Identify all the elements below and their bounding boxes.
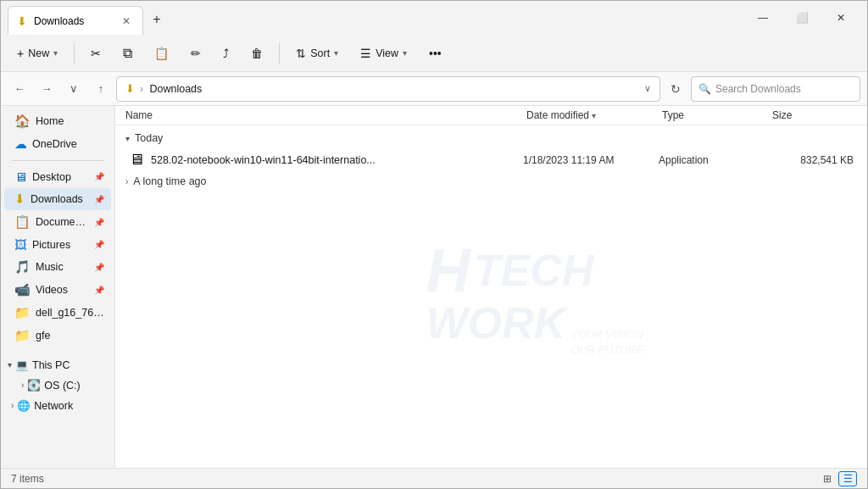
downloads-pin-icon: 📌 <box>94 195 104 204</box>
toolbar: + New ▾ ✂ ⧉ 📋 ✏ ⤴ 🗑 ⇅ Sort ▾ ☰ View ▾ ••… <box>1 35 867 72</box>
rename-button[interactable]: ✏ <box>181 42 210 65</box>
network-chevron: › <box>11 401 14 410</box>
list-view-button[interactable]: ☰ <box>838 471 857 486</box>
window-controls: — ⬜ ✕ <box>743 4 860 31</box>
maximize-button[interactable]: ⬜ <box>782 4 821 31</box>
downloads-sidebar-icon: ⬇ <box>14 192 25 207</box>
toolbar-separator-2 <box>279 43 280 64</box>
title-bar: ⬇ Downloads ✕ + — ⬜ ✕ <box>1 1 867 35</box>
details-view-button[interactable]: ⊞ <box>818 471 837 486</box>
group-long-time-ago[interactable]: › A long time ago <box>115 172 867 191</box>
music-icon: 🎵 <box>14 259 31 275</box>
copy-icon: ⧉ <box>123 46 132 61</box>
file-pane: H TECH WORK YOUR VISION OUR FUTURE Name … <box>115 106 867 468</box>
status-view-buttons: ⊞ ☰ <box>818 471 857 486</box>
copy-button[interactable]: ⧉ <box>114 41 142 66</box>
network-label: Network <box>34 400 73 412</box>
sort-label: Sort <box>310 47 330 59</box>
sidebar-item-home-label: Home <box>36 115 104 127</box>
new-button[interactable]: + New ▾ <box>8 42 67 65</box>
sidebar: 🏠 Home ☁ OneDrive 🖥 Desktop 📌 ⬇ Download… <box>1 106 115 468</box>
sidebar-item-videos[interactable]: 📹 Videos 📌 <box>4 279 111 301</box>
sidebar-item-videos-label: Videos <box>36 284 89 296</box>
music-pin-icon: 📌 <box>94 263 104 272</box>
col-header-date[interactable]: Date modified ▾ <box>526 109 662 121</box>
col-date-label: Date modified <box>526 109 589 121</box>
table-row[interactable]: 🖥 528.02-notebook-win10-win11-64bit-inte… <box>119 148 864 171</box>
long-ago-chevron: › <box>125 177 128 186</box>
tab-label: Downloads <box>34 15 84 27</box>
share-button[interactable]: ⤴ <box>214 42 238 65</box>
sidebar-item-dell[interactable]: 📁 dell_g16_7620 <box>4 302 111 324</box>
view-dropdown-icon: ▾ <box>403 48 407 58</box>
new-icon: + <box>17 47 24 60</box>
sidebar-item-onedrive[interactable]: ☁ OneDrive <box>4 133 111 155</box>
sidebar-item-gfe[interactable]: 📁 gfe <box>4 325 111 347</box>
back-icon: ← <box>14 82 25 95</box>
desktop-icon: 🖥 <box>14 169 27 184</box>
sidebar-section-this-pc[interactable]: ▾ 💻 This PC <box>4 355 111 375</box>
back-button[interactable]: ← <box>8 77 31 101</box>
address-bar[interactable]: ⬇ › Downloads ∨ <box>116 76 660 102</box>
history-button[interactable]: ∨ <box>62 77 86 101</box>
col-header-name[interactable]: Name <box>125 109 526 121</box>
share-icon: ⤴ <box>223 47 229 60</box>
sort-button[interactable]: ⇅ Sort ▾ <box>287 42 348 65</box>
sort-dropdown-icon: ▾ <box>334 48 338 58</box>
this-pc-icon: 💻 <box>15 358 29 371</box>
view-button[interactable]: ☰ View ▾ <box>351 42 416 65</box>
sidebar-item-documents[interactable]: 📋 Documents 📌 <box>4 211 111 233</box>
tab-close-button[interactable]: ✕ <box>119 14 134 29</box>
view-icon: ☰ <box>360 47 371 60</box>
sidebar-item-pictures[interactable]: 🖼 Pictures 📌 <box>4 234 111 255</box>
refresh-button[interactable]: ↻ <box>664 77 687 101</box>
delete-button[interactable]: 🗑 <box>242 42 272 65</box>
history-icon: ∨ <box>70 82 78 95</box>
col-sort-arrow: ▾ <box>592 111 596 120</box>
file-list: ▾ Today 🖥 528.02-notebook-win10-win11-64… <box>115 125 867 468</box>
today-label: Today <box>135 132 163 144</box>
col-header-size[interactable]: Size <box>772 109 857 121</box>
pictures-pin-icon: 📌 <box>94 240 104 249</box>
search-icon: 🔍 <box>698 83 711 95</box>
main-content: 🏠 Home ☁ OneDrive 🖥 Desktop 📌 ⬇ Download… <box>1 106 867 468</box>
forward-icon: → <box>42 82 53 95</box>
new-label: New <box>28 47 49 59</box>
search-box[interactable]: 🔍 Search Downloads <box>691 76 860 102</box>
pictures-icon: 🖼 <box>14 237 27 252</box>
forward-button[interactable]: → <box>35 77 58 101</box>
sidebar-item-documents-label: Documents <box>36 216 89 228</box>
sidebar-item-downloads-label: Downloads <box>31 193 89 205</box>
sidebar-item-desktop[interactable]: 🖥 Desktop 📌 <box>4 166 111 187</box>
col-header-type[interactable]: Type <box>662 109 772 121</box>
sidebar-item-desktop-label: Desktop <box>32 171 89 183</box>
col-size-label: Size <box>772 109 792 121</box>
paste-button[interactable]: 📋 <box>145 42 178 65</box>
sidebar-item-music[interactable]: 🎵 Music 📌 <box>4 256 111 278</box>
downloads-tab[interactable]: ⬇ Downloads ✕ <box>8 6 143 35</box>
sort-icon: ⇅ <box>296 47 306 60</box>
sidebar-section-network[interactable]: › 🌐 Network <box>4 396 111 415</box>
sidebar-item-onedrive-label: OneDrive <box>32 138 104 150</box>
status-item-count: 7 items <box>11 473 44 485</box>
sidebar-section-os-c[interactable]: › 💽 OS (C:) <box>4 375 111 395</box>
refresh-icon: ↻ <box>670 82 681 96</box>
videos-icon: 📹 <box>14 282 31 297</box>
paste-icon: 📋 <box>154 47 169 60</box>
home-icon: 🏠 <box>14 114 31 129</box>
sidebar-item-home[interactable]: 🏠 Home <box>4 110 111 132</box>
minimize-button[interactable]: — <box>743 4 782 31</box>
sidebar-item-downloads[interactable]: ⬇ Downloads 📌 <box>4 188 111 210</box>
toolbar-separator-1 <box>74 43 75 64</box>
more-icon: ••• <box>429 47 442 60</box>
new-dropdown-icon: ▾ <box>53 48 58 58</box>
onedrive-icon: ☁ <box>14 136 27 152</box>
cut-button[interactable]: ✂ <box>81 42 110 65</box>
file-name: 528.02-notebook-win10-win11-64bit-intern… <box>151 154 523 166</box>
group-today[interactable]: ▾ Today <box>115 129 867 147</box>
close-button[interactable]: ✕ <box>821 4 860 31</box>
up-button[interactable]: ↑ <box>89 77 113 101</box>
new-tab-button[interactable]: + <box>143 6 170 33</box>
pin-icon: 📌 <box>94 172 104 181</box>
more-button[interactable]: ••• <box>420 42 451 65</box>
